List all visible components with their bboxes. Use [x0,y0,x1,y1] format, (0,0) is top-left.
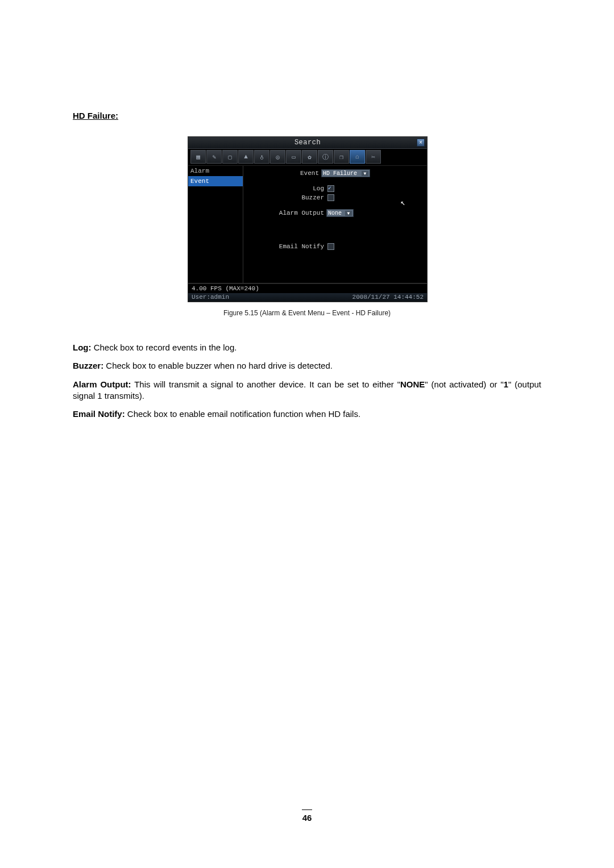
dvr-content: Event HD Failure ▼ Log Buzzer [243,166,427,283]
chevron-down-icon: ▼ [362,171,368,176]
log-desc: Check box to record events in the log. [91,343,237,352]
dvr-titlebar: Search × [188,137,427,149]
email-term: Email Notify: [73,409,125,419]
chevron-down-icon: ▼ [345,211,352,216]
email-desc: Check box to enable email notification f… [125,409,360,419]
monitor-icon[interactable]: ▢ [222,150,238,164]
body-text: Log: Check box to record events in the l… [73,342,541,420]
user-label: User:admin [192,294,229,301]
alarm-output-none: NONE [400,379,425,389]
grid-icon[interactable]: ▦ [190,150,206,164]
info-icon[interactable]: ⓘ [318,150,333,164]
buzzer-desc: Check box to enable buzzer when no hard … [103,361,333,370]
page-number: 46 [302,813,312,823]
log-label: Log [249,185,326,192]
cursor-icon: ↖ [401,198,405,207]
figure-caption: Figure 5.15 (Alarm & Event Menu – Event … [73,309,541,317]
alarm-output-label: Alarm Output [249,210,326,216]
alarm-output-select[interactable]: None ▼ [326,209,354,217]
screen-icon[interactable]: ▭ [286,150,301,164]
section-title: HD Failure: [73,111,541,120]
dvr-toolbar: ▦ ✎ ▢ ▲ ♁ ◎ ▭ ✿ ⓘ ❐ ⌂ ✂ [188,149,427,166]
alarm-output-value: None [328,210,342,216]
tool-icon[interactable]: ✂ [366,150,381,164]
page-footer: 46 [0,804,614,823]
buzzer-checkbox[interactable] [327,194,334,201]
sidebar-item-event[interactable]: Event [188,176,243,186]
log-checkbox[interactable] [327,185,334,192]
dvr-sidebar: Alarm Event [188,166,243,283]
email-notify-checkbox[interactable] [327,243,334,250]
close-icon[interactable]: × [417,139,425,147]
dvr-screenshot: Search × ▦ ✎ ▢ ▲ ♁ ◎ ▭ ✿ ⓘ ❐ ⌂ ✂ Alarm [188,136,426,302]
alarm-output-mid: " (not activated) or " [425,379,503,389]
status-line: 4.00 FPS (MAX=240) [188,283,427,293]
event-select-value: HD Failure [323,170,357,177]
alarm-output-one: 1 [504,379,508,389]
log-term: Log: [73,343,91,352]
buzzer-term: Buzzer: [73,361,103,370]
buzzer-label: Buzzer [249,194,326,201]
target-icon[interactable]: ◎ [270,150,285,164]
alarm-output-term: Alarm Output: [73,379,131,389]
datetime-label: 2008/11/27 14:44:52 [352,294,424,301]
email-notify-label: Email Notify [249,243,326,250]
dvr-title: Search [294,139,321,147]
page-icon[interactable]: ❐ [334,150,349,164]
network-icon[interactable]: ♁ [254,150,269,164]
gear-icon[interactable]: ✿ [302,150,317,164]
triangle-icon[interactable]: ▲ [238,150,254,164]
alarm-output-pre: This will transmit a signal to another d… [131,379,400,389]
brush-icon[interactable]: ✎ [206,150,222,164]
event-select[interactable]: HD Failure ▼ [321,169,370,177]
event-label: Event [300,170,321,177]
sidebar-item-alarm[interactable]: Alarm [188,166,243,176]
folder-icon[interactable]: ⌂ [350,150,365,164]
